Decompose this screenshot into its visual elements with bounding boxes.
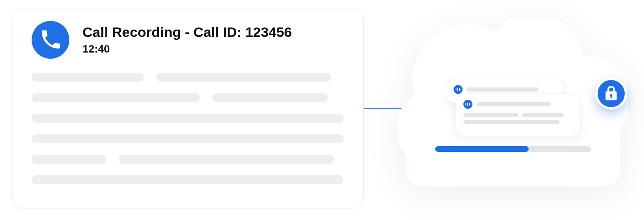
call-duration: 12:40	[83, 43, 292, 55]
placeholder-bar	[32, 114, 344, 123]
placeholder-bar	[32, 93, 200, 102]
placeholder-row	[32, 175, 344, 184]
call-card-header: Call Recording - Call ID: 123456 12:40	[32, 21, 344, 59]
lock-icon	[595, 78, 627, 110]
mini-card-title-placeholder	[477, 102, 551, 106]
placeholder-row	[32, 114, 344, 123]
soundwave-icon	[463, 100, 472, 109]
placeholder-row	[32, 73, 344, 82]
placeholder-bar	[463, 113, 518, 117]
mini-card-body-placeholder	[463, 113, 573, 124]
mini-card-title-placeholder	[467, 87, 539, 92]
placeholder-bar	[119, 155, 334, 164]
placeholder-bar	[32, 73, 144, 82]
placeholder-bar	[32, 134, 344, 143]
placeholder-bar	[156, 73, 331, 82]
call-title: Call Recording - Call ID: 123456	[83, 24, 292, 40]
placeholder-bar	[522, 113, 564, 117]
placeholder-row	[32, 155, 344, 164]
call-card-titles: Call Recording - Call ID: 123456 12:40	[83, 24, 292, 55]
transcript-placeholder	[32, 73, 344, 184]
upload-progress-bar	[435, 146, 591, 152]
placeholder-bar	[32, 175, 344, 184]
placeholder-bar	[32, 155, 106, 164]
call-recording-card: Call Recording - Call ID: 123456 12:40	[11, 9, 364, 209]
placeholder-row	[32, 93, 344, 102]
phone-icon	[32, 21, 69, 59]
cloud-storage-graphic	[398, 18, 628, 203]
upload-progress-fill	[435, 146, 529, 152]
soundwave-icon	[454, 85, 463, 94]
mini-transcript-card-front	[456, 94, 580, 136]
placeholder-row	[32, 134, 344, 143]
placeholder-bar	[212, 93, 328, 102]
placeholder-bar	[463, 120, 559, 124]
